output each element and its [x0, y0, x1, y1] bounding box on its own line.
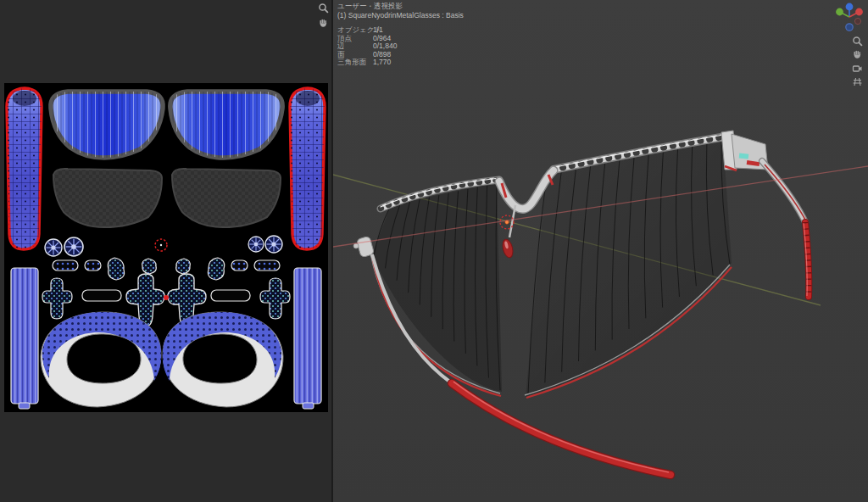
uv-editor-nav-tools [318, 3, 329, 29]
stat-row-objects: オブジェクト 1/1 [337, 26, 464, 35]
glasses-mesh[interactable] [353, 131, 809, 475]
zoom-icon[interactable] [318, 3, 329, 14]
stat-row-vertices: 頂点 0/964 [337, 35, 464, 43]
gizmo-axis-z[interactable] [846, 3, 854, 11]
uv-island-temple-right[interactable] [290, 88, 325, 249]
viewport-nav-tools [852, 36, 863, 87]
uv-selected-pivot [164, 295, 169, 300]
3d-viewport[interactable]: ユーザー・透視投影 (1) SquareNyodrinMetalGlasses … [333, 0, 868, 502]
view-label: ユーザー・透視投影 [337, 2, 464, 11]
blender-window: ユーザー・透視投影 (1) SquareNyodrinMetalGlasses … [0, 0, 868, 502]
navigation-gizmo[interactable] [832, 0, 866, 34]
gizmo-axis-z-neg[interactable] [846, 24, 853, 31]
camera-view-icon[interactable] [852, 63, 863, 74]
stat-row-triangles: 三角形面 1,770 [337, 59, 464, 67]
zoom-icon[interactable] [852, 36, 863, 47]
gizmo-axis-x-neg[interactable] [854, 18, 860, 24]
scene-svg [333, 0, 868, 502]
scene-statistics: オブジェクト 1/1 頂点 0/964 辺 0/1,840 面 0/898 三角… [337, 26, 464, 67]
viewport-overlay-text: ユーザー・透視投影 (1) SquareNyodrinMetalGlasses … [337, 2, 464, 67]
pan-icon[interactable] [318, 18, 329, 29]
perspective-toggle-icon[interactable] [852, 76, 863, 87]
gizmo-axis-x[interactable] [855, 8, 863, 16]
pan-icon[interactable] [852, 49, 863, 60]
gizmo-axis-y[interactable] [836, 8, 843, 16]
active-object-label: (1) SquareNyodrinMetalGlasses : Basis [337, 11, 464, 20]
uv-island-temple-left[interactable] [7, 88, 42, 249]
stat-row-edges: 辺 0/1,840 [337, 42, 464, 51]
uv-editor-panel[interactable] [0, 0, 331, 502]
uv-canvas[interactable] [4, 83, 328, 412]
